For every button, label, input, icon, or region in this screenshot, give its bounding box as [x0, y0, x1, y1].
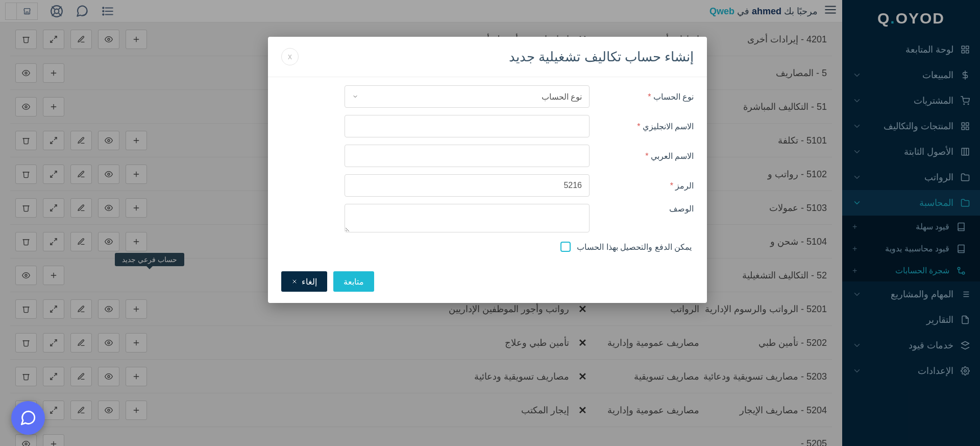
account-type-select[interactable]: نوع الحساب — [345, 85, 590, 108]
english-name-input[interactable] — [345, 115, 590, 137]
chat-bubble[interactable] — [11, 401, 45, 435]
modal-footer: إلغاء متابعة — [268, 262, 707, 303]
label-arabic-name: الاسم العربي* — [602, 151, 694, 161]
label-account-type: نوع الحساب* — [602, 92, 694, 102]
modal-body: نوع الحساب* نوع الحساب الاسم الانجليزي* … — [268, 77, 707, 262]
create-account-modal: إنشاء حساب تكاليف تشغيلية جديد x نوع الح… — [268, 37, 707, 303]
description-input[interactable] — [345, 204, 590, 232]
close-icon[interactable]: x — [281, 48, 299, 65]
code-input[interactable] — [345, 174, 590, 197]
continue-button[interactable]: متابعة — [333, 271, 374, 292]
cancel-button[interactable]: إلغاء — [281, 271, 327, 292]
close-icon — [291, 278, 298, 285]
arabic-name-input[interactable] — [345, 145, 590, 167]
chevron-down-icon — [352, 93, 358, 100]
modal-header: إنشاء حساب تكاليف تشغيلية جديد x — [268, 37, 707, 77]
label-description: الوصف — [602, 204, 694, 214]
modal-title: إنشاء حساب تكاليف تشغيلية جديد — [509, 49, 694, 65]
payable-collectable-checkbox[interactable] — [560, 242, 571, 252]
chat-icon — [19, 409, 37, 427]
label-english-name: الاسم الانجليزي* — [602, 122, 694, 131]
label-payable-collectable: يمكن الدفع والتحصيل بهذا الحساب — [577, 242, 692, 252]
label-code: الرمز* — [602, 181, 694, 191]
